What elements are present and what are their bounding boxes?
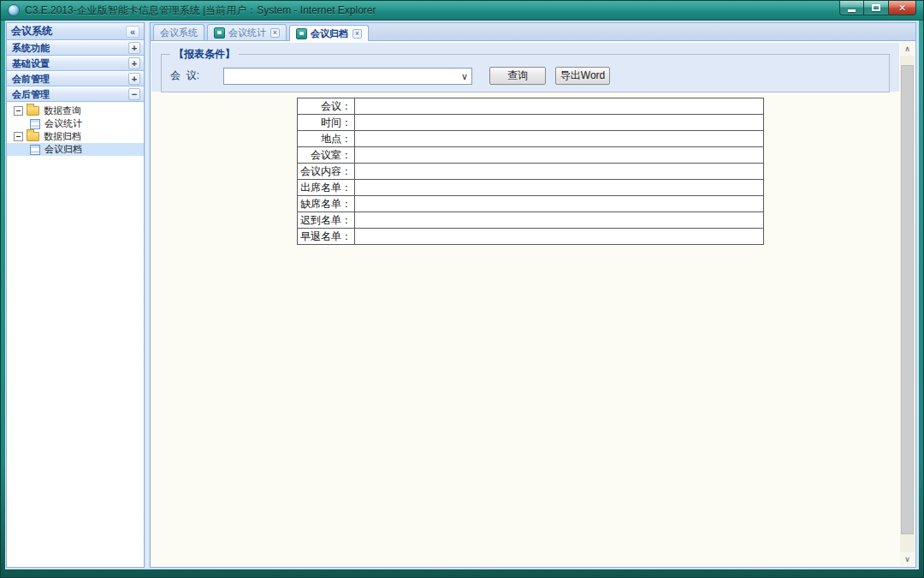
accordion-item-system-functions[interactable]: 系统功能 + [7, 40, 144, 56]
meeting-tab-icon [214, 27, 225, 39]
row-label: 迟到名单： [298, 212, 355, 229]
titlebar[interactable]: C3.E.2013-企业版智能卡信息管理系统 |当前用户：System - In… [1, 1, 923, 21]
collapse-sidebar-button[interactable]: « [126, 26, 139, 38]
accordion-label: 会后管理 [12, 88, 128, 101]
tab-content: 【报表条件】 会 议: ∨ 查询 导出Word [151, 41, 915, 567]
close-button[interactable]: ✕ [888, 1, 916, 15]
sidebar-title: 会议系统 [11, 24, 126, 39]
minimize-icon [848, 9, 856, 12]
navigation-tree: 数据查询 会议统计 数据归档 会议归档 [7, 102, 144, 567]
accordion-label: 系统功能 [12, 42, 128, 55]
row-label: 缺席名单： [298, 196, 355, 212]
report-conditions-panel: 【报表条件】 会 议: ∨ 查询 导出Word [151, 43, 899, 92]
table-row: 会议内容： [298, 164, 764, 180]
tab-label: 会议归档 [311, 27, 348, 40]
row-value [355, 229, 764, 245]
tab-label: 会议系统 [160, 27, 198, 39]
close-tab-icon[interactable]: × [270, 28, 280, 38]
accordion-item-post-meeting[interactable]: 会后管理 − [7, 86, 144, 102]
tab-meeting-system[interactable]: 会议系统 [153, 24, 204, 40]
tree-node-label: 数据归档 [44, 130, 81, 143]
tab-meeting-archive[interactable]: 会议归档 × [289, 25, 369, 41]
tab-meeting-stats[interactable]: 会议统计 × [207, 24, 287, 40]
tree-collapse-icon[interactable] [14, 132, 23, 141]
meeting-tab-icon [296, 28, 307, 39]
row-label: 会议室： [298, 147, 355, 164]
fieldset-legend: 【报表条件】 [170, 47, 239, 62]
report-leaf-icon [30, 119, 40, 129]
sidebar: 会议系统 « 系统功能 + 基础设置 + 会前管理 + 会后管理 − [6, 22, 145, 568]
meeting-select[interactable]: ∨ [223, 68, 472, 85]
table-row: 出席名单： [298, 180, 764, 196]
client-area: 会议系统 « 系统功能 + 基础设置 + 会前管理 + 会后管理 − [5, 21, 919, 569]
accordion-label: 会前管理 [12, 73, 128, 86]
table-row: 会议： [298, 98, 764, 115]
report-table: 会议： 时间： 地点： 会议室： [297, 98, 764, 245]
scroll-up-button[interactable]: ∧ [900, 42, 915, 56]
tree-node-meeting-archive[interactable]: 会议归档 [7, 143, 144, 156]
table-row: 地点： [298, 131, 764, 147]
minimize-button[interactable] [839, 1, 864, 15]
tree-node-data-archive[interactable]: 数据归档 [7, 130, 144, 143]
collapse-minus-icon[interactable]: − [128, 88, 140, 100]
row-value [355, 180, 764, 196]
expand-plus-icon[interactable]: + [128, 57, 140, 69]
maximize-icon [872, 4, 880, 11]
row-value [355, 131, 764, 147]
meeting-label: 会 议: [170, 69, 223, 83]
row-value [355, 196, 764, 212]
row-label: 时间： [298, 115, 355, 131]
row-label: 会议： [298, 98, 355, 115]
table-row: 早退名单： [298, 229, 764, 245]
row-value [355, 212, 764, 229]
accordion-label: 基础设置 [12, 57, 128, 70]
accordion-item-basic-settings[interactable]: 基础设置 + [7, 56, 144, 71]
folder-icon [27, 106, 39, 116]
close-icon: ✕ [898, 3, 906, 13]
table-row: 会议室： [298, 147, 764, 164]
row-label: 地点： [298, 131, 355, 147]
tree-node-label: 数据查询 [44, 104, 81, 117]
maximize-button[interactable] [864, 1, 888, 15]
tree-collapse-icon[interactable] [14, 106, 23, 116]
row-label: 会议内容： [298, 164, 355, 180]
query-button[interactable]: 查询 [489, 67, 546, 85]
expand-plus-icon[interactable]: + [128, 73, 140, 85]
tab-label: 会议统计 [228, 27, 266, 39]
sidebar-header: 会议系统 « [7, 23, 144, 40]
table-row: 时间： [298, 115, 764, 131]
expand-plus-icon[interactable]: + [128, 42, 140, 54]
dropdown-arrow-icon[interactable]: ∨ [458, 69, 471, 84]
row-label: 出席名单： [298, 180, 355, 196]
row-value [355, 98, 764, 115]
window-title: C3.E.2013-企业版智能卡信息管理系统 |当前用户：System - In… [25, 3, 376, 18]
export-word-button[interactable]: 导出Word [555, 67, 610, 85]
tree-node-label: 会议归档 [44, 143, 82, 156]
row-label: 早退名单： [298, 229, 355, 245]
tree-node-data-query[interactable]: 数据查询 [7, 104, 144, 117]
vertical-scrollbar[interactable]: ∧ ∨ [900, 42, 915, 566]
close-tab-icon[interactable]: × [352, 29, 362, 39]
table-row: 迟到名单： [298, 212, 764, 229]
folder-icon [27, 132, 39, 141]
row-value [355, 147, 764, 164]
row-value [355, 164, 764, 180]
tree-node-label: 会议统计 [44, 117, 82, 130]
scrollbar-thumb[interactable] [901, 65, 914, 534]
accordion-item-pre-meeting[interactable]: 会前管理 + [7, 71, 144, 86]
tree-node-meeting-stats[interactable]: 会议统计 [7, 117, 144, 130]
window-favicon-icon [8, 4, 20, 16]
row-value [355, 115, 764, 131]
report-leaf-icon [30, 145, 40, 155]
report-conditions-fieldset: 【报表条件】 会 议: ∨ 查询 导出Word [161, 47, 890, 92]
tab-bar: 会议系统 会议统计 × 会议归档 × [151, 23, 915, 41]
window-controls: ✕ [839, 1, 916, 15]
main-panel: 会议系统 会议统计 × 会议归档 × 【报表条件】 [150, 22, 916, 568]
ie-window: C3.E.2013-企业版智能卡信息管理系统 |当前用户：System - In… [0, 0, 924, 578]
scroll-down-button[interactable]: ∨ [900, 552, 915, 566]
table-row: 缺席名单： [298, 196, 764, 212]
